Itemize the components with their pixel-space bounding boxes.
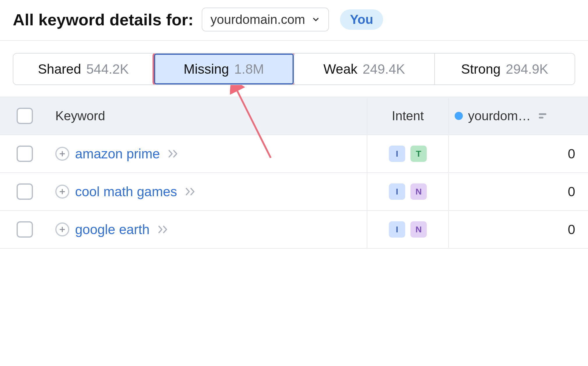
keyword-link[interactable]: google earth xyxy=(75,222,150,237)
add-keyword-icon[interactable] xyxy=(55,147,69,161)
intent-pill-t: T xyxy=(410,146,427,162)
intent-pill-n: N xyxy=(410,221,427,238)
column-domain-label: yourdom… xyxy=(468,109,531,123)
intent-pills: IN xyxy=(373,183,442,200)
tab-count: 1.8M xyxy=(234,61,264,77)
column-keyword[interactable]: Keyword xyxy=(49,98,367,134)
keyword-cell: google earth xyxy=(49,211,367,248)
tab-label: Strong xyxy=(461,61,501,77)
tab-strong[interactable]: Strong294.9K xyxy=(435,54,575,84)
row-checkbox[interactable] xyxy=(17,146,33,162)
row-select-cell xyxy=(0,211,49,248)
table-header-row: Keyword Intent yourdom… xyxy=(0,97,588,135)
domain-value-cell: 0 xyxy=(448,135,588,172)
domain-select-value: yourdomain.com xyxy=(210,12,305,27)
tab-label: Weak xyxy=(323,61,357,77)
sort-icon xyxy=(539,113,546,119)
you-badge: You xyxy=(340,9,383,30)
add-keyword-icon[interactable] xyxy=(55,222,69,236)
row-select-cell xyxy=(0,173,49,210)
intent-cell: IT xyxy=(367,135,448,172)
intent-pills: IT xyxy=(373,146,442,162)
table-row: amazon primeIT0 xyxy=(0,135,588,173)
page-title: All keyword details for: xyxy=(13,10,194,29)
filter-tabs-wrap: Shared544.2KMissing1.8MWeak249.4KStrong2… xyxy=(0,41,588,85)
intent-pill-n: N xyxy=(410,183,427,200)
column-keyword-label: Keyword xyxy=(55,109,105,123)
select-all-checkbox[interactable] xyxy=(17,108,33,124)
domain-color-dot xyxy=(455,112,463,120)
domain-value-cell: 0 xyxy=(448,173,588,210)
intent-pill-i: I xyxy=(389,183,405,200)
intent-cell: IN xyxy=(367,173,448,210)
column-intent[interactable]: Intent xyxy=(367,98,448,134)
keyword-link[interactable]: amazon prime xyxy=(75,146,160,162)
tab-count: 294.9K xyxy=(506,61,548,77)
tab-label: Missing xyxy=(184,61,229,77)
domain-select[interactable]: yourdomain.com xyxy=(202,8,329,31)
domain-value-cell: 0 xyxy=(448,211,588,248)
table-row: cool math gamesIN0 xyxy=(0,173,588,211)
intent-pills: IN xyxy=(373,221,442,238)
tab-shared[interactable]: Shared544.2K xyxy=(13,54,154,84)
keyword-link[interactable]: cool math games xyxy=(75,184,177,199)
add-keyword-icon[interactable] xyxy=(55,185,69,199)
keyword-cell: cool math games xyxy=(49,173,367,210)
keywords-table: Keyword Intent yourdom… amazon primeIT0c… xyxy=(0,97,588,249)
column-domain[interactable]: yourdom… xyxy=(448,98,588,134)
tab-count: 249.4K xyxy=(363,61,405,77)
table-row: google earthIN0 xyxy=(0,211,588,249)
select-all-cell xyxy=(0,97,49,135)
intent-pill-i: I xyxy=(389,146,405,162)
intent-cell: IN xyxy=(367,211,448,248)
filter-tabs: Shared544.2KMissing1.8MWeak249.4KStrong2… xyxy=(13,53,575,85)
chevron-down-icon xyxy=(311,15,320,24)
tab-count: 544.2K xyxy=(86,61,129,77)
tab-label: Shared xyxy=(38,61,81,77)
tab-weak[interactable]: Weak249.4K xyxy=(294,54,435,84)
page-header: All keyword details for: yourdomain.com … xyxy=(0,0,588,41)
column-intent-label: Intent xyxy=(392,109,424,123)
open-details-icon[interactable] xyxy=(158,225,169,234)
intent-pill-i: I xyxy=(389,221,405,238)
table-body: amazon primeIT0cool math gamesIN0google … xyxy=(0,135,588,249)
open-details-icon[interactable] xyxy=(168,149,180,158)
row-checkbox[interactable] xyxy=(17,221,33,238)
row-select-cell xyxy=(0,135,49,172)
open-details-icon[interactable] xyxy=(185,187,197,196)
tab-missing[interactable]: Missing1.8M xyxy=(154,54,295,84)
keyword-cell: amazon prime xyxy=(49,135,367,172)
row-checkbox[interactable] xyxy=(17,183,33,200)
